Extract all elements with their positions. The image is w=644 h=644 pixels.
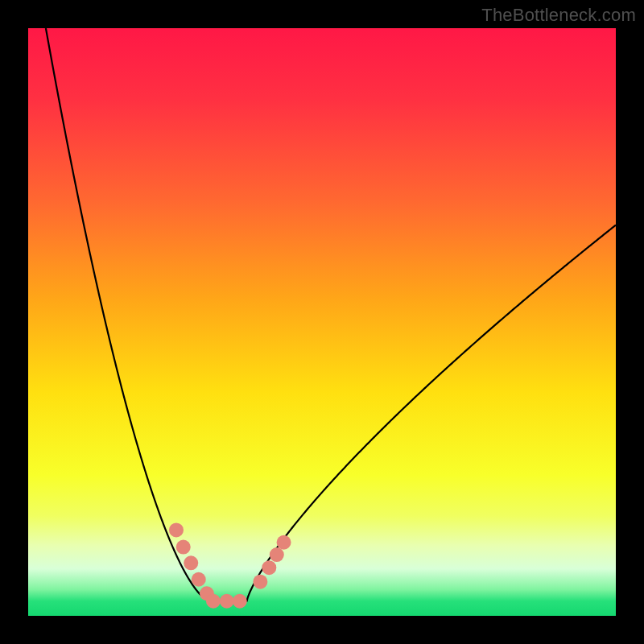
highlight-dot (270, 547, 284, 562)
plot-area (28, 28, 616, 616)
highlight-dot (169, 522, 184, 537)
highlight-dot (277, 535, 291, 550)
highlight-dot (184, 555, 198, 570)
highlight-dot (253, 575, 267, 589)
plot-svg (28, 28, 616, 616)
watermark-text: TheBottleneck.com (481, 5, 636, 26)
gradient-background (28, 28, 616, 616)
highlight-dot (220, 594, 234, 609)
highlight-dot (176, 540, 191, 555)
chart-frame: TheBottleneck.com (0, 0, 644, 644)
highlight-dot (192, 572, 206, 587)
highlight-dot (262, 560, 276, 575)
highlight-dot (233, 594, 247, 609)
highlight-dot (206, 594, 221, 609)
